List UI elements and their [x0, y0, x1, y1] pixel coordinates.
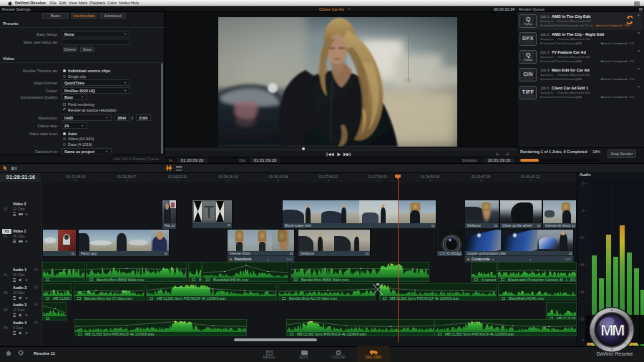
svg-text:-12: -12: [579, 236, 584, 240]
svg-text:01:30:41:12: 01:30:41:12: [521, 175, 540, 179]
svg-text:-18: -18: [579, 263, 584, 267]
svg-text:-24: -24: [579, 290, 584, 294]
svg-text:0: 0: [582, 182, 584, 185]
svg-text:-30: -30: [579, 318, 584, 321]
svg-text:MM: MM: [600, 321, 624, 339]
svg-text:-6: -6: [581, 209, 584, 212]
svg-text:01:27:59:01: 01:27:59:01: [369, 175, 388, 179]
svg-text:01:25:16:14: 01:25:16:14: [219, 175, 238, 179]
svg-text:-4: -4: [581, 338, 584, 342]
svg-text:01:28:53:05: 01:28:53:05: [421, 175, 440, 179]
svg-text:01:22:34:03: 01:22:34:03: [67, 175, 86, 179]
svg-text:01:27:04:21: 01:27:04:21: [319, 175, 338, 179]
svg-text:T: T: [204, 202, 215, 222]
svg-text:01:23:28:07: 01:23:28:07: [117, 175, 137, 179]
svg-text:01:24:22:11: 01:24:22:11: [168, 175, 187, 179]
svg-text:01:26:10:18: 01:26:10:18: [269, 175, 288, 179]
svg-text:01:29:47:09: 01:29:47:09: [472, 175, 491, 179]
